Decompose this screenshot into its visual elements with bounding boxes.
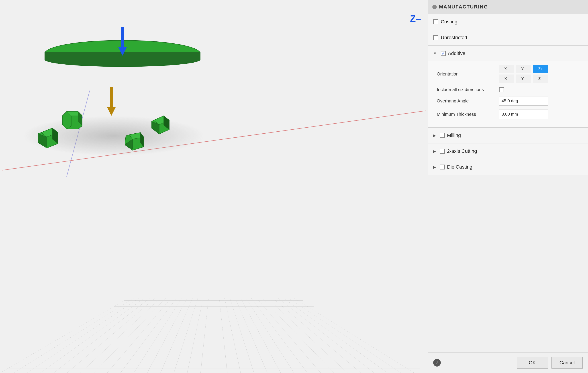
orient-row-negative: X– Y– Z–	[499, 75, 582, 83]
orientation-buttons: X+ Y+ Z+ X– Y– Z–	[499, 65, 582, 83]
costing-checkbox[interactable]	[433, 19, 438, 24]
orient-zminus-button[interactable]: Z–	[533, 75, 548, 83]
include-six-row: Include all six directions	[437, 87, 582, 92]
green-cube-1	[62, 109, 80, 127]
milling-expand-arrow[interactable]: ▶	[433, 133, 436, 138]
overhang-value	[499, 96, 582, 105]
gold-arrow	[107, 87, 116, 116]
svg-marker-3	[107, 107, 116, 116]
green-cube-3	[125, 131, 143, 149]
orient-xminus-button[interactable]: X–	[499, 75, 514, 83]
additive-label: Additive	[448, 51, 465, 56]
additive-checkbox[interactable]: ✓	[441, 51, 446, 56]
orient-row-positive: X+ Y+ Z+	[499, 65, 582, 73]
milling-section[interactable]: ▶ Milling	[428, 128, 588, 143]
green-cube-2	[38, 127, 56, 145]
svg-marker-1	[118, 47, 127, 56]
cutting-checkbox[interactable]	[440, 149, 445, 154]
manufacturing-panel: – MANUFACTURING Costing Unrestricted ▼ ✓…	[428, 0, 588, 373]
panel-footer: i OK Cancel	[428, 352, 588, 373]
orient-xplus-button[interactable]: X+	[499, 65, 514, 73]
min-thickness-label: Minimum Thickness	[437, 112, 499, 117]
ok-button[interactable]: OK	[517, 357, 548, 369]
3d-viewport[interactable]: Z–	[0, 0, 428, 373]
milling-checkbox[interactable]	[440, 133, 445, 138]
footer-buttons: OK Cancel	[517, 357, 583, 369]
orientation-label: Orientation	[437, 72, 499, 77]
panel-header[interactable]: – MANUFACTURING	[428, 0, 588, 14]
orientation-row: Orientation X+ Y+ Z+ X– Y– Z–	[437, 65, 582, 83]
die-casting-expand-arrow[interactable]: ▶	[433, 165, 436, 169]
min-thickness-value	[499, 110, 582, 119]
blue-arrow	[118, 27, 127, 56]
unrestricted-checkbox[interactable]	[433, 35, 438, 40]
include-six-checkbox[interactable]	[499, 87, 504, 92]
additive-expand-arrow[interactable]: ▼	[433, 52, 437, 55]
info-icon[interactable]: i	[433, 359, 441, 367]
die-casting-checkbox[interactable]	[440, 165, 445, 169]
3d-scene	[0, 0, 428, 373]
die-casting-section[interactable]: ▶ Die Casting	[428, 159, 588, 175]
overhang-row: Overhang Angle	[437, 96, 582, 105]
costing-label: Costing	[441, 19, 457, 25]
min-thickness-input[interactable]	[499, 110, 548, 119]
orient-yplus-button[interactable]: Y+	[516, 65, 531, 73]
die-casting-label: Die Casting	[447, 164, 472, 170]
orient-yminus-button[interactable]: Y–	[516, 75, 531, 83]
green-cube-4	[151, 114, 169, 131]
collapse-icon[interactable]: –	[432, 5, 437, 9]
additive-header[interactable]: ▼ ✓ Additive	[428, 46, 588, 61]
cutting-section[interactable]: ▶ 2-axis Cutting	[428, 143, 588, 159]
additive-body: Orientation X+ Y+ Z+ X– Y– Z–	[428, 61, 588, 127]
cancel-button[interactable]: Cancel	[551, 357, 583, 369]
orientation-group: X+ Y+ Z+ X– Y– Z–	[499, 65, 582, 83]
orient-zplus-button[interactable]: Z+	[533, 65, 548, 73]
cutting-label: 2-axis Cutting	[447, 148, 477, 154]
unrestricted-row[interactable]: Unrestricted	[428, 30, 588, 46]
costing-row[interactable]: Costing	[428, 14, 588, 30]
include-six-label: Include all six directions	[437, 87, 499, 92]
milling-label: Milling	[447, 133, 461, 138]
additive-section: ▼ ✓ Additive Orientation X+ Y+ Z+	[428, 46, 588, 128]
cutting-expand-arrow[interactable]: ▶	[433, 149, 436, 154]
panel-body: Costing Unrestricted ▼ ✓ Additive Orient…	[428, 14, 588, 352]
overhang-label: Overhang Angle	[437, 98, 499, 104]
panel-title: MANUFACTURING	[439, 4, 488, 10]
unrestricted-label: Unrestricted	[441, 35, 467, 41]
min-thickness-row: Minimum Thickness	[437, 110, 582, 119]
overhang-input[interactable]	[499, 96, 548, 105]
